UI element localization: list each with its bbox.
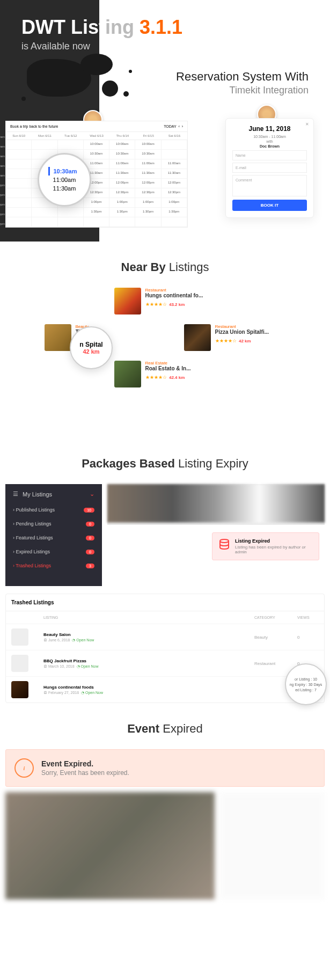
chevron-down-icon: ⌄ (90, 491, 94, 498)
listing-category: Restaurant (215, 324, 286, 329)
booking-with: with (232, 140, 307, 143)
trashed-listings-table: Trashed Listings LISTING CATEGORY VIEWS … (5, 594, 325, 703)
calendar-grid[interactable]: 10:00am10:30am11:00am11:30am12:00pm12:30… (6, 140, 187, 227)
title-part: ing (105, 16, 134, 38)
open-badge: ◔ Open Now (72, 638, 94, 642)
sidebar-item-expired[interactable]: › Expired Listings0 (5, 545, 102, 559)
notice-message: Listing has been expired by author or ad… (235, 545, 313, 554)
hero-line1: Reservation System With (176, 70, 309, 84)
trashed-title: Trashed Listings (6, 594, 324, 611)
expired-preview: Listing Expired Listing has been expired… (107, 484, 325, 586)
calendar-widget[interactable]: Book a trip back to the future TODAY ‹ ›… (5, 121, 188, 228)
sidebar-item-published[interactable]: › Published Listings10 (5, 503, 102, 517)
hero-subtitle: is Available now (21, 41, 309, 52)
table-row[interactable]: BBQ Jackfruit Pizzas 🗓 March 10, 2018 ◔ … (6, 650, 324, 676)
listing-thumb (11, 655, 28, 672)
listings-sidebar: ☰ My Listings ⌄ › Published Listings10 ›… (5, 484, 102, 586)
zoomed-time: 11:30am (53, 184, 76, 193)
zoom-lens-stats: or Listing : 10 ng Expiry : 30 Days ed L… (285, 663, 327, 705)
listing-image (114, 288, 141, 315)
zoom-distance: 42 km (83, 348, 99, 355)
calendar-icon: 🗓 (43, 691, 47, 694)
row-category: Beauty (254, 635, 297, 640)
info-icon: i (14, 758, 34, 778)
listing-category: Restaurant (145, 288, 216, 292)
listing-title: Roal Estato & In... (145, 365, 216, 371)
row-views: 0 (297, 635, 319, 640)
zoom-stat: ed Listing : 7 (295, 688, 317, 692)
table-row[interactable]: Beauty Salon 🗓 June 6, 2018 ◔ Open Now B… (6, 624, 324, 650)
zoom-lens-distance: n Spital 42 km (70, 326, 113, 369)
open-badge: ◔ Open Now (77, 664, 99, 668)
sidebar-item-featured[interactable]: › Featured Listings0 (5, 531, 102, 545)
listing-card[interactable]: Real Estate Roal Estato & In... ★★★★☆ 42… (114, 361, 216, 387)
booking-date: June 11, 2018 (232, 125, 307, 133)
email-input[interactable]: E-mail (232, 163, 307, 173)
hero-title: DWT Listing 3.1.1 (21, 16, 309, 39)
count-badge: 0 (86, 550, 94, 554)
calendar-title: Book a trip back to the future (10, 125, 58, 128)
listing-image (114, 361, 141, 387)
svg-point-0 (220, 539, 229, 543)
calendar-hours: 9:30am10:00am10:30am11:00am11:30am12:00p… (0, 135, 5, 232)
count-badge: 3 (86, 564, 94, 568)
calendar-days-header: Sun 6/10Mon 6/11Tue 6/12Wed 6/13Thu 6/14… (6, 132, 187, 140)
version-text: 3.1.1 (140, 16, 182, 38)
listing-distance: 42 km (239, 339, 251, 343)
calendar-icon: 🗓 (43, 664, 47, 668)
name-input[interactable]: Name (232, 150, 307, 160)
zoomed-time: 11:00am (53, 175, 76, 184)
event-notice-msg: Sorry, Event has been expired. (41, 769, 129, 777)
notice-title: Listing Expired (235, 538, 313, 544)
nearby-title: Near By Listings (0, 260, 330, 274)
booking-panel: ✕ June 11, 2018 10:30am - 11:00am with D… (225, 118, 314, 218)
listing-card[interactable]: Restaurant Pizza Union Spitalfi... ★★★★☆… (184, 324, 286, 351)
booking-host: Doc Brown (232, 144, 307, 148)
listing-image (184, 324, 211, 351)
hero-section: DWT Listing 3.1.1 is Available now Reser… (0, 0, 330, 242)
nearby-listings: Restaurant Hungs continental fo... ★★★★☆… (0, 288, 330, 438)
book-it-button[interactable]: BOOK IT (232, 200, 307, 211)
event-notice-title: Event Expired. (41, 759, 129, 768)
comment-input[interactable]: Comment (232, 175, 307, 196)
zoom-title: n Spital (79, 341, 102, 348)
zoom-lens-calendar: 10:30am 11:00am 11:30am (38, 153, 91, 207)
listing-expired-notice: Listing Expired Listing has been expired… (212, 532, 319, 560)
stars-icon: ★★★★☆ (145, 302, 167, 307)
row-title: Beauty Salon (43, 632, 254, 637)
table-row[interactable]: Hungs continental foods 🗓 February 27, 2… (6, 676, 324, 703)
event-title: Event Expired (0, 722, 330, 736)
count-badge: 10 (84, 508, 94, 513)
stars-icon: ★★★★☆ (145, 375, 167, 380)
listing-image (45, 324, 71, 351)
listing-thumb (11, 681, 28, 698)
listing-thumb (11, 628, 28, 646)
stars-icon: ★★★★☆ (215, 338, 237, 343)
sidebar-item-trashed[interactable]: › Trashed Listings3 (5, 559, 102, 573)
listing-category: Real Estate (145, 361, 216, 365)
listing-title: Hungs continental fo... (145, 292, 216, 298)
today-button[interactable]: TODAY (164, 125, 176, 128)
booking-time: 10:30am - 11:00am (232, 135, 307, 138)
listing-distance: 43.2 km (169, 302, 185, 307)
packages-title: Packages Based Listing Expiry (0, 457, 330, 471)
sidebar-item-pending[interactable]: › Pending Listings0 (5, 517, 102, 531)
listing-distance: 42.4 km (169, 375, 185, 380)
zoom-stat: or Listing : 10 (295, 677, 317, 681)
count-badge: 0 (86, 522, 94, 526)
calendar-icon: 🗓 (43, 638, 47, 642)
blurred-event-content (5, 792, 325, 899)
listing-card[interactable]: Restaurant Hungs continental fo... ★★★★☆… (114, 288, 216, 315)
database-icon (218, 538, 231, 551)
row-category: Restaurant (254, 661, 297, 666)
event-expired-notice: i Event Expired. Sorry, Event has been e… (5, 749, 325, 787)
sidebar-header[interactable]: ☰ My Listings ⌄ (5, 491, 102, 503)
open-badge: ◔ Open Now (81, 691, 103, 694)
paint-splash (16, 54, 166, 118)
sidebar-title: My Listings (23, 491, 52, 498)
zoom-stat: ng Expiry : 30 Days (290, 683, 322, 686)
zoomed-time-selected: 10:30am (48, 167, 80, 175)
count-badge: 0 (86, 536, 94, 540)
close-icon[interactable]: ✕ (305, 122, 309, 127)
table-header: LISTING CATEGORY VIEWS (6, 611, 324, 624)
